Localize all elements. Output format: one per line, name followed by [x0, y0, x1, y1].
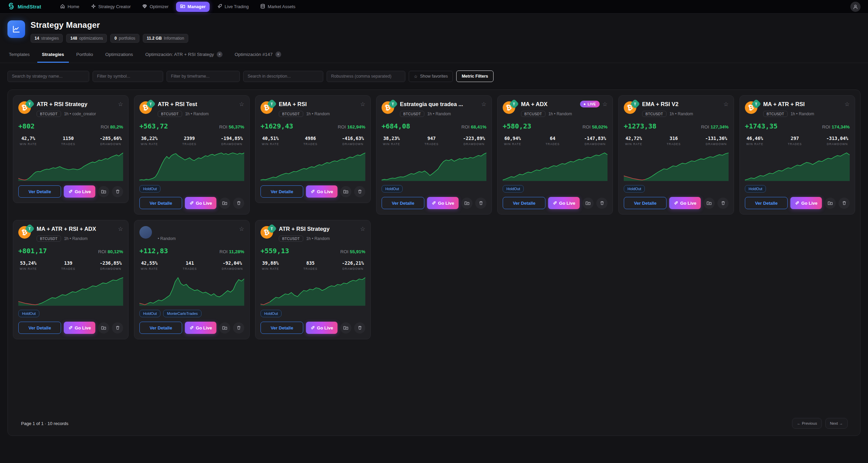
delete-strategy-button[interactable]	[233, 322, 244, 334]
ver-detalle-button[interactable]: Ver Detalle	[18, 185, 61, 198]
delete-strategy-button[interactable]	[717, 198, 729, 209]
nav-item[interactable]: Manager	[176, 2, 210, 12]
timeframe-creator: 1h • Random	[185, 112, 209, 116]
symbol-badge: BTCUSDT	[642, 111, 667, 117]
filter-input[interactable]	[327, 71, 405, 82]
add-to-portfolio-button[interactable]	[340, 186, 351, 197]
ver-detalle-button[interactable]: Ver Detalle	[261, 185, 303, 198]
favorite-star-icon[interactable]: ☆	[602, 101, 607, 107]
timeframe-creator: 1h • Random	[791, 112, 814, 116]
ver-detalle-button[interactable]: Ver Detalle	[261, 322, 303, 334]
roi-value: 174,34%	[832, 124, 850, 129]
folder-plus-icon	[343, 325, 348, 330]
ver-detalle-button[interactable]: Ver Detalle	[18, 322, 61, 334]
roi: ROI56,37%	[219, 124, 244, 129]
equity-curve-chart	[139, 150, 244, 181]
add-to-portfolio-button[interactable]	[825, 198, 836, 209]
favorite-star-icon[interactable]: ☆	[118, 101, 123, 107]
strategy-badge: MonteCarloTrades	[163, 310, 201, 317]
strategy-title: MA + ATR + RSI	[763, 101, 842, 107]
filter-input[interactable]	[167, 71, 240, 82]
go-live-button[interactable]: Go Live	[790, 197, 822, 209]
add-to-portfolio-button[interactable]	[582, 198, 594, 209]
tab[interactable]: Portfolio	[72, 47, 98, 63]
timeframe-creator: 1h • Random	[306, 112, 330, 116]
metric-filters-button[interactable]: Metric Filters	[456, 71, 494, 82]
strategy-card: ₿ T MA + ADX LIVE ☆	[497, 95, 613, 215]
nav-item[interactable]: Live Trading	[213, 2, 253, 12]
go-live-button[interactable]: Go Live	[548, 197, 580, 209]
win-rate-value: 42,7%	[20, 136, 37, 141]
nav-item[interactable]: Home	[56, 2, 83, 12]
nav-item[interactable]: Strategy Creator	[87, 2, 135, 12]
add-to-portfolio-button[interactable]	[219, 198, 230, 209]
drawdown-value: -313,04%	[826, 136, 848, 141]
go-live-button[interactable]: Go Live	[64, 185, 95, 198]
ver-detalle-button[interactable]: Ver Detalle	[139, 322, 182, 334]
add-to-portfolio-button[interactable]	[703, 198, 715, 209]
nav-item[interactable]: Market Assets	[256, 2, 300, 12]
filter-input[interactable]	[7, 71, 89, 82]
go-live-button[interactable]: Go Live	[64, 322, 95, 334]
add-to-portfolio-button[interactable]	[340, 322, 351, 334]
show-favorites-button[interactable]: ☆ Show favorites	[409, 71, 453, 82]
tab-close-icon[interactable]: ×	[275, 52, 281, 57]
favorite-star-icon[interactable]: ☆	[481, 101, 486, 107]
strategy-title: ATR + RSI Strategy	[37, 101, 115, 107]
delete-strategy-button[interactable]	[233, 198, 244, 209]
user-avatar[interactable]	[850, 2, 861, 12]
go-live-button[interactable]: Go Live	[306, 322, 337, 334]
add-to-portfolio-button[interactable]	[98, 186, 109, 197]
page-summary: Page 1 of 1 · 10 records	[21, 421, 68, 426]
favorite-star-icon[interactable]: ☆	[239, 226, 244, 232]
coin-stack: ₿ T	[18, 225, 33, 239]
tab[interactable]: Optimizations	[100, 47, 138, 63]
favorite-star-icon[interactable]: ☆	[845, 101, 850, 107]
delete-strategy-button[interactable]	[596, 198, 607, 209]
favorite-star-icon[interactable]: ☆	[360, 226, 365, 232]
tab[interactable]: Templates	[4, 47, 35, 63]
brand[interactable]: MindStrat	[7, 2, 41, 11]
rocket-icon	[189, 326, 194, 330]
tab[interactable]: Optimización #147 ×	[230, 47, 286, 63]
header-stats: 14 strategies 148 optimizations 0 portfo…	[31, 34, 188, 43]
favorite-star-icon[interactable]: ☆	[239, 101, 244, 107]
go-live-button[interactable]: Go Live	[669, 197, 701, 209]
strategy-card: ₿ T MA + ATR + RSI ☆ BTCUSDT 1h • Random	[739, 95, 855, 215]
favorite-star-icon[interactable]: ☆	[360, 101, 365, 107]
go-live-button[interactable]: Go Live	[427, 197, 459, 209]
add-to-portfolio-button[interactable]	[98, 322, 109, 334]
delete-strategy-button[interactable]	[838, 198, 850, 209]
trades-stat: 64 TRADES	[545, 136, 560, 146]
go-live-button[interactable]: Go Live	[185, 322, 216, 334]
rocket-icon	[189, 201, 194, 205]
ver-detalle-button[interactable]: Ver Detalle	[624, 197, 667, 209]
tab-close-icon[interactable]: ×	[217, 52, 223, 57]
ver-detalle-button[interactable]: Ver Detalle	[382, 197, 424, 209]
delete-strategy-button[interactable]	[354, 186, 365, 197]
next-page-button[interactable]: Next →	[825, 418, 848, 429]
add-to-portfolio-button[interactable]	[461, 198, 472, 209]
delete-strategy-button[interactable]	[354, 322, 365, 334]
filter-input[interactable]	[243, 71, 323, 82]
favorite-star-icon[interactable]: ☆	[118, 226, 123, 232]
folder-plus-icon	[222, 325, 227, 330]
delete-strategy-button[interactable]	[112, 186, 123, 197]
ver-detalle-button[interactable]: Ver Detalle	[139, 197, 182, 209]
ver-detalle-button[interactable]: Ver Detalle	[745, 197, 788, 209]
delete-strategy-button[interactable]	[475, 198, 486, 209]
go-live-button[interactable]: Go Live	[306, 185, 337, 198]
live-dot-icon	[584, 103, 585, 105]
ver-detalle-button[interactable]: Ver Detalle	[503, 197, 545, 209]
win-rate-value: 60,94%	[504, 136, 521, 141]
favorite-star-icon[interactable]: ☆	[724, 101, 729, 107]
filter-input[interactable]	[93, 71, 163, 82]
timeframe-creator: 1h • Random	[670, 112, 693, 116]
delete-strategy-button[interactable]	[112, 322, 123, 334]
tab[interactable]: Strategies	[37, 47, 69, 63]
go-live-button[interactable]: Go Live	[185, 197, 216, 209]
previous-page-button[interactable]: ← Previous	[792, 418, 822, 429]
nav-item[interactable]: Optimizer	[138, 2, 173, 12]
tab[interactable]: Optimización: ATR + RSI Strategy ×	[140, 47, 227, 63]
add-to-portfolio-button[interactable]	[219, 322, 230, 334]
